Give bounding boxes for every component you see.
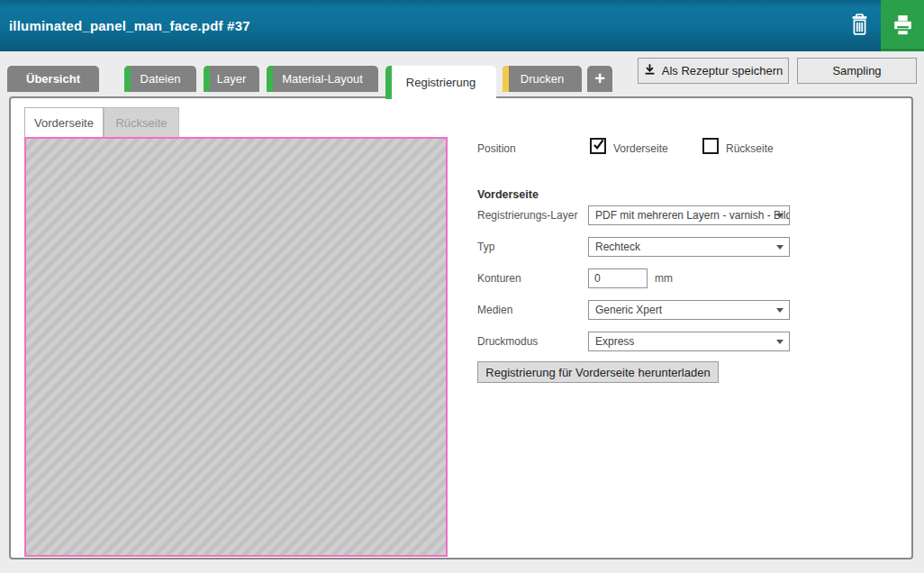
subtab-label: Rückseite — [115, 116, 167, 130]
delete-job-button[interactable] — [841, 0, 877, 51]
document-title: illuminated_panel_man_face.pdf #37 — [9, 0, 250, 51]
title-bar: illuminated_panel_man_face.pdf #37 — [0, 0, 924, 51]
registrierungs-layer-label: Registrierungs-Layer — [477, 209, 577, 222]
medien-label: Medien — [477, 304, 512, 316]
druckmodus-label: Druckmodus — [477, 335, 538, 348]
vorderseite-checkbox[interactable] — [590, 138, 606, 154]
sampling-button[interactable]: Sampling — [797, 58, 917, 84]
save-as-recipe-label: Als Rezeptur speichern — [662, 64, 783, 77]
konturen-input[interactable] — [588, 268, 648, 288]
tab-uebersicht[interactable]: Übersicht — [7, 66, 99, 92]
subtab-label: Vorderseite — [34, 116, 94, 130]
tab-layer[interactable]: Layer — [204, 66, 259, 92]
medien-select[interactable]: Generic Xpert — [588, 300, 790, 320]
section-title-vorderseite: Vorderseite — [477, 188, 539, 201]
tab-dateien[interactable]: Dateien — [124, 66, 196, 92]
typ-label: Typ — [477, 241, 494, 253]
tab-label: Layer — [217, 72, 247, 86]
selected-value: Express — [595, 335, 634, 348]
typ-select[interactable]: Rechteck — [588, 237, 790, 257]
tab-status-stripe — [267, 66, 273, 92]
subtab-rueckseite[interactable]: Rückseite — [104, 107, 179, 137]
tab-status-stripe — [503, 66, 509, 92]
vorderseite-checkbox-label: Vorderseite — [613, 142, 668, 155]
subtab-vorderseite[interactable]: Vorderseite — [24, 107, 104, 137]
tab-material-layout[interactable]: Material-Layout — [267, 66, 378, 92]
rueckseite-checkbox-label: Rückseite — [726, 142, 774, 155]
download-registration-button[interactable]: Registrierung für Vorderseite herunterla… — [477, 361, 719, 383]
plus-icon: + — [594, 68, 605, 89]
tab-label: Registrierung — [406, 76, 476, 89]
tab-drucken[interactable]: Drucken — [503, 66, 582, 92]
printer-icon — [891, 13, 915, 40]
checkmark-icon — [592, 138, 605, 155]
registrierungs-layer-select[interactable]: PDF mit mehreren Layern - varnish - Bild… — [588, 205, 790, 225]
save-as-recipe-button[interactable]: Als Rezeptur speichern — [638, 58, 789, 84]
print-button[interactable] — [881, 0, 924, 51]
position-label: Position — [477, 142, 516, 155]
chevron-down-icon — [776, 308, 784, 313]
chevron-down-icon — [776, 214, 784, 218]
druckmodus-select[interactable]: Express — [588, 332, 790, 351]
rueckseite-checkbox[interactable] — [702, 138, 719, 154]
app-window: illuminated_panel_man_face.pdf #37 — [0, 0, 924, 573]
tab-registrierung[interactable]: Registrierung — [385, 66, 496, 99]
konturen-label: Konturen — [477, 272, 521, 285]
tab-status-stripe — [204, 66, 210, 92]
download-icon — [644, 63, 656, 78]
selected-value: Generic Xpert — [595, 304, 662, 316]
tab-status-stripe — [385, 66, 392, 99]
tab-label: Material-Layout — [282, 72, 363, 86]
tab-status-stripe — [124, 66, 131, 92]
chevron-down-icon — [776, 340, 784, 344]
tab-label: Übersicht — [26, 72, 80, 86]
trash-icon — [849, 13, 870, 39]
print-preview-area[interactable] — [24, 137, 448, 557]
selected-value: Rechteck — [595, 241, 640, 253]
chevron-down-icon — [776, 245, 784, 250]
tab-label: Drucken — [521, 72, 564, 86]
konturen-unit-label: mm — [655, 272, 673, 285]
sampling-label: Sampling — [832, 64, 881, 77]
add-tab-button[interactable]: + — [587, 66, 612, 92]
tab-label: Dateien — [140, 72, 181, 86]
selected-value: PDF mit mehreren Layern - varnish - Bild… — [595, 209, 790, 222]
